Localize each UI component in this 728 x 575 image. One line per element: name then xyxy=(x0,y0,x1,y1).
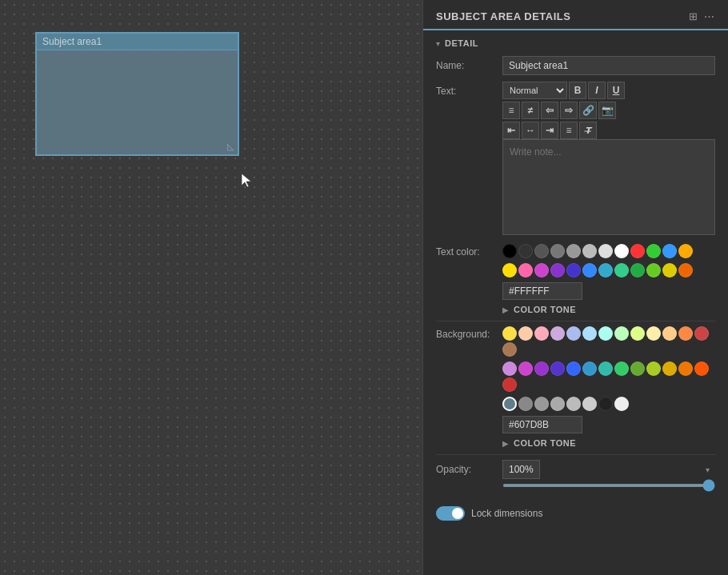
name-input[interactable] xyxy=(502,56,715,75)
text-color-swatch[interactable] xyxy=(646,244,661,258)
text-color-swatch[interactable] xyxy=(662,263,677,278)
bg-color-swatch[interactable] xyxy=(566,361,581,376)
bg-color-swatch[interactable] xyxy=(598,397,613,411)
bg-color-swatch[interactable] xyxy=(598,326,613,341)
bg-color-swatch[interactable] xyxy=(502,377,517,392)
bold-button[interactable]: B xyxy=(569,82,586,99)
bg-color-swatch[interactable] xyxy=(550,361,565,376)
outdent-button[interactable]: ⇦ xyxy=(541,102,558,119)
text-color-swatch[interactable] xyxy=(662,244,677,258)
text-field-value: Normal Heading 1 Heading 2 B I U ≡ ≠ ⇦ xyxy=(502,82,715,238)
text-color-swatch[interactable] xyxy=(566,244,581,258)
text-color-swatch[interactable] xyxy=(566,263,581,278)
text-color-swatch[interactable] xyxy=(518,263,533,278)
bg-color-swatch[interactable] xyxy=(534,326,549,341)
opacity-select[interactable]: 100% 90% 80% 70% 60% 50% xyxy=(502,460,540,479)
text-color-tone-row[interactable]: ▶ COLOR TONE xyxy=(502,303,715,316)
text-color-swatch[interactable] xyxy=(646,263,661,278)
bg-color-swatch[interactable] xyxy=(518,326,533,341)
background-color-row: Background: xyxy=(436,326,715,449)
text-color-swatch[interactable] xyxy=(582,263,597,278)
bg-color-swatch[interactable] xyxy=(502,361,517,376)
panel-icons: ⊞ ⋯ xyxy=(686,10,715,22)
bg-color-swatch[interactable] xyxy=(694,326,709,341)
panel-grid-icon[interactable]: ⊞ xyxy=(686,10,699,22)
bg-color-swatch[interactable] xyxy=(694,361,709,376)
bg-color-swatch[interactable] xyxy=(502,342,517,357)
bg-color-swatch[interactable] xyxy=(630,361,645,376)
italic-button[interactable]: I xyxy=(588,82,606,99)
bg-color-swatch[interactable] xyxy=(518,397,533,411)
bg-color-swatch[interactable] xyxy=(614,361,629,376)
align-center-button[interactable]: ↔ xyxy=(522,122,539,139)
bg-color-swatch[interactable] xyxy=(598,361,613,376)
text-color-swatch[interactable] xyxy=(534,263,549,278)
bg-color-swatch[interactable] xyxy=(582,326,597,341)
panel-menu-icon[interactable]: ⋯ xyxy=(702,10,715,22)
align-right-button[interactable]: ⇥ xyxy=(541,122,558,139)
text-color-hex-input[interactable] xyxy=(502,282,582,300)
note-textarea[interactable] xyxy=(502,139,715,235)
bg-color-swatch[interactable] xyxy=(662,326,677,341)
text-color-swatch[interactable] xyxy=(614,263,629,278)
list-ordered-button[interactable]: ≡ xyxy=(502,102,520,119)
text-color-grid-1 xyxy=(502,244,715,258)
lock-dimensions-row: Lock dimensions xyxy=(436,500,715,527)
divider-1 xyxy=(436,321,715,321)
text-color-swatch-white[interactable] xyxy=(614,244,629,258)
text-color-swatch[interactable] xyxy=(502,244,517,258)
bg-color-swatch[interactable] xyxy=(630,326,645,341)
bg-color-swatch[interactable] xyxy=(614,326,629,341)
bg-color-tone-row[interactable]: ▶ COLOR TONE xyxy=(502,437,715,449)
bg-color-swatch[interactable] xyxy=(534,397,549,411)
link-button[interactable]: 🔗 xyxy=(579,102,597,119)
text-color-swatch[interactable] xyxy=(598,244,613,258)
text-color-swatch[interactable] xyxy=(630,263,645,278)
bg-color-swatch[interactable] xyxy=(502,326,517,341)
text-color-swatch[interactable] xyxy=(518,244,533,258)
text-color-swatch[interactable] xyxy=(630,244,645,258)
opacity-select-wrapper: 100% 90% 80% 70% 60% 50% xyxy=(502,460,715,479)
image-button[interactable]: 📷 xyxy=(598,102,616,119)
opacity-slider-row xyxy=(502,484,715,487)
bg-color-swatch[interactable] xyxy=(582,361,597,376)
canvas-area[interactable]: Subject area1 ◺ xyxy=(0,0,422,575)
bg-color-swatch[interactable] xyxy=(566,326,581,341)
text-color-swatch[interactable] xyxy=(534,244,549,258)
text-color-swatch[interactable] xyxy=(502,263,517,278)
bg-color-swatch[interactable] xyxy=(582,397,597,411)
text-color-swatch[interactable] xyxy=(678,263,693,278)
bg-color-swatch[interactable] xyxy=(566,397,581,411)
indent-button[interactable]: ⇨ xyxy=(560,102,578,119)
bg-color-swatch[interactable] xyxy=(646,326,661,341)
bg-color-swatch[interactable] xyxy=(550,397,565,411)
font-style-select[interactable]: Normal Heading 1 Heading 2 xyxy=(502,82,567,99)
list-unordered-button[interactable]: ≠ xyxy=(522,102,539,119)
clear-format-button[interactable]: T̶ xyxy=(579,122,597,139)
bg-color-swatch-selected[interactable] xyxy=(502,397,517,411)
bg-color-swatch[interactable] xyxy=(646,361,661,376)
bg-color-swatch[interactable] xyxy=(662,361,677,376)
underline-button[interactable]: U xyxy=(607,82,625,99)
opacity-slider[interactable] xyxy=(502,484,715,487)
bg-color-swatch[interactable] xyxy=(678,326,693,341)
text-color-swatch[interactable] xyxy=(550,244,565,258)
bg-color-swatch[interactable] xyxy=(550,326,565,341)
bg-color-grid-2 xyxy=(502,361,715,392)
subject-area-box[interactable]: Subject area1 ◺ xyxy=(35,32,239,156)
bg-color-swatch[interactable] xyxy=(678,361,693,376)
bg-color-swatch[interactable] xyxy=(518,361,533,376)
bg-color-swatch[interactable] xyxy=(534,361,549,376)
align-justify-button[interactable]: ≡ xyxy=(560,122,578,139)
bg-color-hex-input[interactable] xyxy=(502,416,582,433)
resize-handle[interactable]: ◺ xyxy=(227,142,235,150)
text-color-swatch[interactable] xyxy=(582,244,597,258)
text-color-swatch[interactable] xyxy=(678,244,693,258)
text-color-swatch[interactable] xyxy=(598,263,613,278)
text-color-hex-row xyxy=(502,282,715,300)
align-left-button[interactable]: ⇤ xyxy=(502,122,520,139)
lock-dimensions-toggle[interactable] xyxy=(436,506,465,521)
text-color-swatch[interactable] xyxy=(550,263,565,278)
bg-color-swatch[interactable] xyxy=(614,397,629,411)
section-header-detail[interactable]: ▾ DETAIL xyxy=(436,38,715,48)
